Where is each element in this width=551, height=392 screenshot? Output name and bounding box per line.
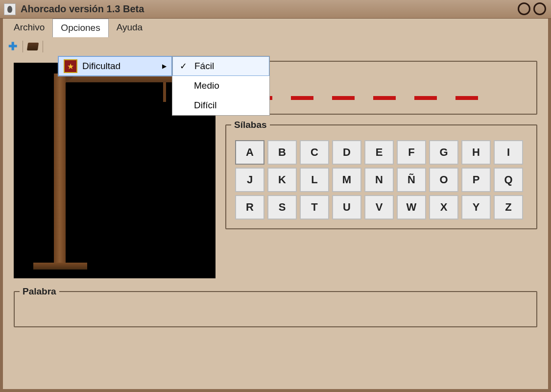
window-title: Ahorcado versión 1.3 Beta [21,3,144,15]
difficulty-facil-label: Fácil [194,61,214,72]
letter-button-u[interactable]: U [332,195,361,220]
difficulty-dificil-label: Difícil [194,100,216,111]
window-controls [518,2,546,15]
palabra-group-label: Palabra [20,286,59,297]
opciones-dropdown: ★ Dificultad ▶ [58,56,172,76]
titlebar: Ahorcado versión 1.3 Beta [0,0,551,19]
word-slot [332,96,355,100]
word-slots [235,76,527,100]
letter-button-g[interactable]: G [429,140,458,165]
dificultad-label: Dificultad [82,61,120,72]
dificultad-submenu: ✓ Fácil Medio Difícil [172,56,270,116]
word-slot [455,96,478,100]
menu-ayuda[interactable]: Ayuda [109,19,151,37]
add-icon[interactable]: ✚ [7,41,19,52]
palabra-group: Palabra [14,291,537,327]
submenu-arrow-icon: ▶ [162,63,167,70]
difficulty-medio-label: Medio [194,80,219,91]
minimize-button[interactable] [518,2,530,15]
word-slot [373,96,396,100]
toolbar-separator [23,41,23,52]
maximize-button[interactable] [533,2,546,15]
window-body: Archivo Opciones Ayuda ✚ ★ Dificultad ▶ … [0,19,551,392]
letter-button-y[interactable]: Y [461,195,491,220]
letter-button-x[interactable]: X [429,195,458,220]
letter-button-i[interactable]: I [494,140,523,165]
letter-button-b[interactable]: B [267,140,297,165]
letter-button-l[interactable]: L [300,168,329,192]
word-slot [291,96,313,100]
letters-group: s [225,61,537,115]
letter-button-k[interactable]: K [267,168,297,192]
letter-button-q[interactable]: Q [494,168,523,192]
star-icon: ★ [64,59,77,73]
check-icon: ✓ [180,61,187,72]
letter-button-c[interactable]: C [300,140,329,165]
difficulty-dificil[interactable]: Difícil [172,96,269,115]
letter-button-ñ[interactable]: Ñ [397,168,426,192]
letter-button-t[interactable]: T [300,195,329,220]
right-column: s Sílabas ABCDEFGHIJKLMNÑOPQRSTUVWXYZ [225,61,537,278]
letter-button-d[interactable]: D [332,140,361,165]
letter-button-f[interactable]: F [397,140,426,165]
content-area: s Sílabas ABCDEFGHIJKLMNÑOPQRSTUVWXYZ [3,56,548,283]
silabas-group-label: Sílabas [231,120,270,130]
menu-archivo[interactable]: Archivo [6,19,52,37]
letter-button-v[interactable]: V [364,195,394,220]
menu-opciones[interactable]: Opciones [52,19,108,37]
letter-button-a[interactable]: A [235,140,264,165]
toolbar-separator [43,41,43,52]
letter-button-m[interactable]: M [332,168,361,192]
letter-button-h[interactable]: H [461,140,491,165]
difficulty-medio[interactable]: Medio [172,76,269,96]
book-icon[interactable] [27,41,39,52]
gallows-rope [163,82,166,102]
letter-button-p[interactable]: P [461,168,491,192]
letter-button-z[interactable]: Z [494,195,523,220]
letter-button-w[interactable]: W [397,195,426,220]
gallows-base [33,263,87,270]
letter-button-e[interactable]: E [364,140,394,165]
menubar: Archivo Opciones Ayuda [3,19,548,37]
gallows-pole [54,74,66,270]
letter-button-r[interactable]: R [235,195,264,220]
silabas-group: Sílabas ABCDEFGHIJKLMNÑOPQRSTUVWXYZ [225,124,537,229]
letter-button-o[interactable]: O [429,168,458,192]
letter-button-n[interactable]: N [364,168,394,192]
letter-button-j[interactable]: J [235,168,264,192]
letter-button-s[interactable]: S [267,195,297,220]
toolbar: ✚ [3,37,548,56]
difficulty-facil[interactable]: ✓ Fácil [172,56,269,76]
letter-grid: ABCDEFGHIJKLMNÑOPQRSTUVWXYZ [235,140,527,220]
app-icon [4,3,16,15]
word-slot [414,96,437,100]
menu-item-dificultad[interactable]: ★ Dificultad ▶ [58,56,172,76]
